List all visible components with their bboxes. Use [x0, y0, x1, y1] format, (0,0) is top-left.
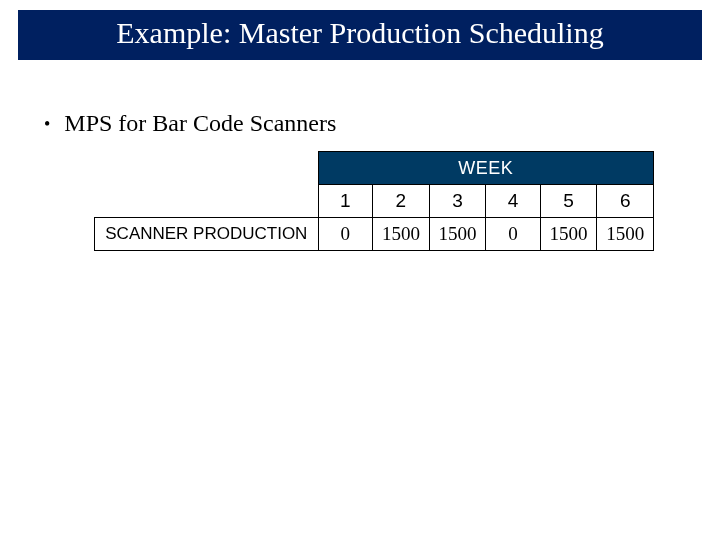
- title-bar: Example: Master Production Scheduling: [18, 10, 702, 60]
- mps-table: WEEK 1 2 3 4 5 6 SCANNER PRODUCTION 0 15…: [94, 151, 654, 251]
- slide-title: Example: Master Production Scheduling: [116, 16, 603, 49]
- week-col-5: 5: [540, 185, 597, 218]
- week-col-1: 1: [318, 185, 372, 218]
- value-week-6: 1500: [597, 218, 654, 251]
- week-col-6: 6: [597, 185, 654, 218]
- table-header-row: WEEK: [95, 152, 654, 185]
- empty-label-cell: [95, 185, 319, 218]
- mps-table-wrap: WEEK 1 2 3 4 5 6 SCANNER PRODUCTION 0 15…: [94, 151, 654, 251]
- value-week-2: 1500: [373, 218, 430, 251]
- table-data-row: SCANNER PRODUCTION 0 1500 1500 0 1500 15…: [95, 218, 654, 251]
- week-col-4: 4: [486, 185, 540, 218]
- week-col-3: 3: [429, 185, 486, 218]
- value-week-5: 1500: [540, 218, 597, 251]
- slide: Example: Master Production Scheduling • …: [0, 10, 720, 540]
- slide-body: • MPS for Bar Code Scanners WEEK 1 2 3 4…: [0, 60, 720, 251]
- value-week-4: 0: [486, 218, 540, 251]
- bullet-text: MPS for Bar Code Scanners: [64, 110, 336, 137]
- week-col-2: 2: [373, 185, 430, 218]
- bullet-item: • MPS for Bar Code Scanners: [44, 110, 676, 137]
- value-week-3: 1500: [429, 218, 486, 251]
- week-header: WEEK: [318, 152, 653, 185]
- table-weeknum-row: 1 2 3 4 5 6: [95, 185, 654, 218]
- empty-corner-cell: [95, 152, 319, 185]
- row-label: SCANNER PRODUCTION: [95, 218, 319, 251]
- bullet-dot-icon: •: [44, 115, 50, 133]
- value-week-1: 0: [318, 218, 372, 251]
